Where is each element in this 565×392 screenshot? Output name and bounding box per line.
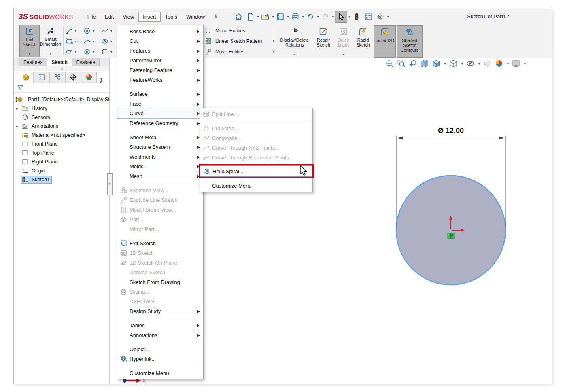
customize-menu-menu-item[interactable]: Customize Menu xyxy=(117,368,203,378)
redo-dropdown-arrow-icon[interactable]: ▾ xyxy=(332,15,334,19)
design-study-menu-item[interactable]: Design Study ▶ xyxy=(117,306,203,316)
expand-arrow-icon[interactable]: ▸ xyxy=(16,124,21,128)
view-settings-button[interactable] xyxy=(512,59,520,68)
menubar-item-edit[interactable]: Edit xyxy=(100,12,118,22)
save-button[interactable] xyxy=(275,12,286,22)
curve-menu-item[interactable]: Curve ▶ xyxy=(117,108,203,118)
zoom-to-area-button[interactable] xyxy=(397,59,406,68)
dropdown-arrow-icon[interactable]: ▾ xyxy=(273,50,274,53)
options-gear-dropdown-arrow-icon[interactable]: ▾ xyxy=(387,15,389,19)
origin-point[interactable] xyxy=(450,229,452,231)
view-orientation-dropdown-arrow-icon[interactable]: ▾ xyxy=(444,62,446,66)
sheet-metal-menu-item[interactable]: Sheet Metal ▶ xyxy=(117,132,203,142)
view-orientation-button[interactable] xyxy=(432,59,441,68)
coincident-relation-icon[interactable] xyxy=(448,233,454,239)
dropdown-arrow-icon[interactable]: ▾ xyxy=(93,29,94,33)
dropdown-arrow-icon[interactable]: ▾ xyxy=(75,40,76,43)
smart-dimension-button[interactable]: Smart Dimension ▾ xyxy=(41,25,60,56)
instant2d-button[interactable]: Instant2D xyxy=(374,25,396,58)
tree-item-annotations[interactable]: ▸A Annotations xyxy=(14,122,109,131)
weldments-menu-item[interactable]: Weldments ▶ xyxy=(117,152,203,161)
exit-sketch-button[interactable]: Exit Sketch ▾ xyxy=(19,25,40,57)
menubar-item-file[interactable]: File xyxy=(83,12,100,22)
spline-tool-button[interactable]: ▾ xyxy=(101,25,119,36)
surface-menu-item[interactable]: Surface ▶ xyxy=(117,89,203,99)
rectangle-tool-button[interactable]: ▾ xyxy=(65,36,83,47)
menubar-item-tools[interactable]: Tools xyxy=(161,12,182,22)
customize-menu-menu-item[interactable]: Customize Menu xyxy=(200,181,312,191)
exit-sketch-menu-item[interactable]: Exit Sketch xyxy=(117,238,203,248)
tree-item-part1-root[interactable]: Part1 (Default<<Default>_Display Sta xyxy=(14,95,109,104)
pattern-mirror-menu-item[interactable]: Pattern/Mirror ▶ xyxy=(117,55,203,65)
dropdown-arrow-icon[interactable]: ▾ xyxy=(110,50,112,54)
pin-icon[interactable]: ➤ xyxy=(212,12,220,21)
hide-show-items-dropdown-arrow-icon[interactable]: ▾ xyxy=(478,62,480,66)
dropdown-arrow-icon[interactable]: ▾ xyxy=(110,40,112,43)
tree-item-origin[interactable]: Origin xyxy=(14,166,109,175)
mesh-menu-item[interactable]: Mesh ▶ xyxy=(117,171,203,181)
sketch-fillet-tool-button[interactable]: ▾ xyxy=(101,47,119,57)
dropdown-arrow-icon[interactable]: ▾ xyxy=(29,52,30,57)
tables-menu-item[interactable]: Tables ▶ xyxy=(117,320,203,330)
move-entities-button[interactable]: Move Entities▾ xyxy=(205,47,274,57)
line-tool-button[interactable]: ▾ xyxy=(65,25,83,36)
fastening-feature-menu-item[interactable]: Fastening Feature ▶ xyxy=(117,65,203,75)
undo-button[interactable] xyxy=(305,12,316,22)
tab-evaluate[interactable]: Evaluate xyxy=(72,58,100,66)
dropdown-arrow-icon[interactable]: ▾ xyxy=(110,29,112,33)
print-button[interactable] xyxy=(290,12,301,22)
task-list-button[interactable] xyxy=(363,12,374,22)
tree-item-right-plane[interactable]: Right Plane xyxy=(14,157,109,166)
panel-tab-displaymanager[interactable] xyxy=(81,72,97,83)
mirror-entities-button[interactable]: Mirror Entities xyxy=(205,25,274,36)
tree-item-front-plane[interactable]: Front Plane xyxy=(14,140,109,148)
panel-splitter-horizontal[interactable] xyxy=(14,66,109,71)
cut-menu-item[interactable]: Cut ▶ xyxy=(117,36,203,46)
panel-splitter-vertical[interactable] xyxy=(107,173,113,195)
view-settings-dropdown-arrow-icon[interactable]: ▾ xyxy=(524,62,526,66)
polygon-tool-button[interactable]: ▾ xyxy=(83,47,101,57)
display-delete-relations-button[interactable]: Display/Delete Relations ▾ xyxy=(277,25,312,57)
tree-item-history[interactable]: ▸ History xyxy=(14,104,109,113)
panel-tab-dimxpertmanager[interactable] xyxy=(65,72,81,83)
save-dropdown-arrow-icon[interactable]: ▾ xyxy=(287,15,289,19)
arc-tool-button[interactable]: ▾ xyxy=(83,36,101,47)
boss-base-menu-item[interactable]: Boss/Base ▶ xyxy=(117,26,203,36)
expand-arrow-icon[interactable]: ▸ xyxy=(16,106,21,110)
display-style-dropdown-arrow-icon[interactable]: ▾ xyxy=(461,62,463,66)
hide-show-items-button[interactable] xyxy=(466,59,475,68)
apply-scene-button[interactable] xyxy=(495,59,503,68)
select-tool-button[interactable] xyxy=(335,11,347,23)
rapid-sketch-button[interactable]: Rapid Sketch xyxy=(353,25,373,57)
display-style-button[interactable] xyxy=(449,59,458,68)
tree-item-sketch1[interactable]: Sketch1 xyxy=(14,175,109,184)
dropdown-arrow-icon[interactable]: ▾ xyxy=(75,29,76,33)
home-button[interactable] xyxy=(233,12,244,22)
shaded-sketch-contours-button[interactable]: Shaded Sketch Contours xyxy=(397,25,423,58)
hyperlink-menu-item[interactable]: Hyperlink... xyxy=(117,354,203,364)
dropdown-arrow-icon[interactable]: ▾ xyxy=(342,53,344,57)
helix-spiral-menu-item[interactable]: Helix/Spiral... xyxy=(200,166,312,176)
previous-view-button[interactable] xyxy=(408,59,417,68)
sketch-from-drawing-menu-item[interactable]: Sketch From Drawing xyxy=(117,277,203,287)
repair-sketch-button[interactable]: Repair Sketch xyxy=(313,25,333,57)
tab-sketch[interactable]: Sketch xyxy=(47,58,72,66)
annotations-menu-item[interactable]: Annotations ▶ xyxy=(117,330,203,340)
dropdown-arrow-icon[interactable]: ▾ xyxy=(273,39,274,43)
structure-system-menu-item[interactable]: Structure System ▶ xyxy=(117,142,203,152)
zoom-to-fit-button[interactable] xyxy=(385,59,394,68)
select-tool-dropdown-arrow-icon[interactable]: ▾ xyxy=(349,15,350,19)
panel-tab-propertymanager[interactable] xyxy=(34,72,49,83)
linear-sketch-pattern-button[interactable]: Linear Sketch Pattern▾ xyxy=(205,36,274,46)
panel-tabs-overflow-arrow-icon[interactable]: ❯ xyxy=(99,77,103,83)
new-document-button[interactable] xyxy=(245,12,256,22)
featureworks-menu-item[interactable]: FeatureWorks ▶ xyxy=(117,75,203,85)
diameter-dimension-text[interactable]: Ø 12.00 xyxy=(427,127,475,135)
redo-button[interactable] xyxy=(320,12,331,22)
menubar-item-window[interactable]: Window xyxy=(182,12,209,22)
tree-item-top-plane[interactable]: Top Plane xyxy=(14,148,109,157)
dropdown-arrow-icon[interactable]: ▾ xyxy=(93,40,94,43)
open-dropdown-arrow-icon[interactable]: ▾ xyxy=(272,15,274,19)
circle-tool-button[interactable]: ▾ xyxy=(83,25,101,36)
features-menu-item[interactable]: Features ▶ xyxy=(117,46,203,55)
